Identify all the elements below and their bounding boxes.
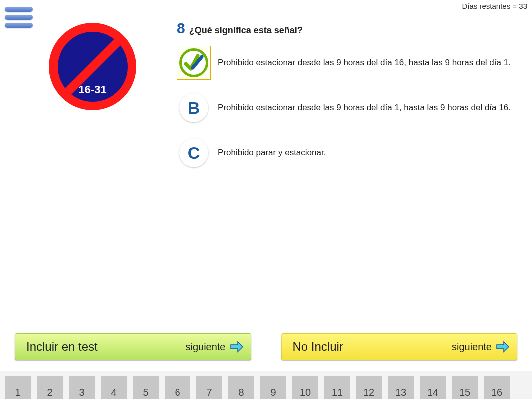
page-button-16[interactable]: 16 [484, 376, 510, 399]
answer-option-a[interactable]: Prohibido estacionar desde las 9 horas d… [177, 46, 527, 80]
answer-text-c: Prohibido parar y estacionar. [218, 147, 326, 159]
answer-text-a: Prohibido estacionar desde las 9 horas d… [218, 57, 511, 69]
days-remaining: Días restantes = 33 [0, 0, 532, 10]
page-button-8[interactable]: 8 [228, 376, 254, 399]
question-pager: 12345678910111213141516 [0, 371, 532, 399]
answer-option-b[interactable]: B Prohibido estacionar desde las 9 horas… [177, 91, 527, 125]
page-button-9[interactable]: 9 [260, 376, 286, 399]
checkmark-icon [184, 53, 204, 73]
answer-text-b: Prohibido estacionar desde las 9 horas d… [218, 102, 511, 114]
no-include-button[interactable]: No Incluir siguiente [281, 333, 518, 360]
arrow-right-icon [230, 341, 244, 353]
traffic-sign: 16-31 [49, 23, 136, 110]
answer-option-c[interactable]: C Prohibido parar y estacionar. [177, 136, 527, 170]
page-button-6[interactable]: 6 [165, 376, 190, 399]
arrow-right-icon [496, 341, 510, 353]
page-button-2[interactable]: 2 [37, 376, 63, 399]
answer-badge-b: B [177, 91, 211, 125]
page-button-3[interactable]: 3 [69, 376, 95, 399]
page-button-14[interactable]: 14 [420, 376, 446, 399]
question-number: 8 [177, 20, 185, 37]
page-button-5[interactable]: 5 [133, 376, 159, 399]
menu-icon[interactable] [5, 7, 33, 31]
answer-badge-c: C [177, 136, 211, 170]
page-button-1[interactable]: 1 [5, 376, 31, 399]
page-button-15[interactable]: 15 [452, 376, 478, 399]
include-in-test-button[interactable]: Incluir en test siguiente [15, 333, 251, 360]
page-button-10[interactable]: 10 [292, 376, 318, 399]
page-button-4[interactable]: 4 [101, 376, 127, 399]
page-button-11[interactable]: 11 [324, 376, 350, 399]
page-button-13[interactable]: 13 [388, 376, 414, 399]
page-button-12[interactable]: 12 [356, 376, 382, 399]
page-button-7[interactable]: 7 [196, 376, 222, 399]
question-text: ¿Qué significa esta señal? [189, 25, 303, 36]
answer-badge-a [177, 46, 211, 80]
